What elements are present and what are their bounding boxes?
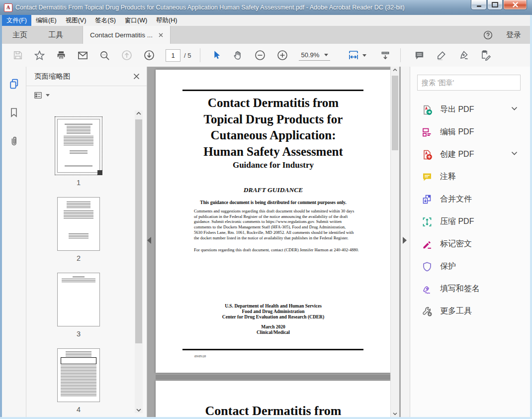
tool-edit-pdf[interactable]: 编辑 PDF: [410, 121, 531, 143]
thumbnail-page-number: 3: [77, 330, 81, 338]
tool-comment[interactable]: 注释: [410, 166, 531, 188]
document-tab-close-icon[interactable]: [159, 33, 163, 37]
zoom-in-button[interactable]: [276, 49, 288, 61]
highlight-button[interactable]: [436, 50, 447, 61]
star-button[interactable]: [34, 50, 45, 61]
thumbnail-page-1[interactable]: 1: [55, 116, 102, 187]
thumbnail-page-2[interactable]: 2: [57, 197, 100, 262]
document-scrollbar[interactable]: [390, 67, 399, 417]
minimize-button[interactable]: [471, 0, 487, 10]
scrollbar-thumb[interactable]: [392, 76, 398, 150]
minimize-icon: [477, 5, 481, 7]
maximize-button[interactable]: [487, 0, 503, 10]
tool-export-pdf[interactable]: 导出 PDF: [410, 99, 531, 121]
expand-right-panel-icon[interactable]: [403, 237, 407, 244]
scrolling-mode-button[interactable]: [379, 49, 391, 61]
document-view[interactable]: Contact Dermatitis from Topical Drug Pro…: [147, 67, 401, 417]
scroll-up-icon[interactable]: [393, 68, 397, 72]
zoom-out-button[interactable]: [254, 49, 266, 61]
scroll-down-icon[interactable]: [136, 408, 141, 412]
tab-document[interactable]: Contact Dermatitis ...: [83, 26, 171, 44]
sign-button[interactable]: [457, 49, 469, 61]
tool-compress-pdf[interactable]: 压缩 PDF: [410, 210, 531, 233]
tool-redact[interactable]: 标记密文: [410, 233, 531, 255]
menu-sign[interactable]: 签名(S): [90, 15, 120, 26]
zoom-level-value: 50.9%: [301, 51, 319, 59]
comment-button[interactable]: [414, 50, 425, 61]
acrobat-reader-window: { "window": { "title": "Contact Dermatit…: [0, 0, 532, 419]
hand-tool-button[interactable]: [232, 50, 244, 61]
fit-width-button[interactable]: [347, 49, 366, 61]
close-button[interactable]: [503, 0, 527, 10]
search-icon: [99, 50, 110, 61]
thumbnail-image: [57, 197, 100, 251]
tool-create-pdf[interactable]: 创建 PDF: [410, 143, 531, 166]
menu-window[interactable]: 窗口(W): [120, 15, 152, 26]
draft-guidance-heading: DRAFT GUIDANCE: [156, 186, 391, 194]
save-button[interactable]: [12, 50, 23, 61]
email-button[interactable]: [77, 50, 89, 61]
scroll-up-icon[interactable]: [136, 111, 141, 115]
title-rule-top: [182, 90, 363, 91]
search-button[interactable]: [99, 50, 110, 61]
navigation-sidebar: [2, 67, 26, 417]
scrollbar-thumb[interactable]: [135, 119, 142, 343]
page-number-input[interactable]: 1: [166, 49, 180, 62]
previous-page-button[interactable]: [121, 49, 133, 61]
next-page-button[interactable]: [143, 49, 155, 61]
email-icon: [77, 50, 89, 61]
help-icon[interactable]: [483, 30, 493, 40]
bookmarks-icon: [8, 106, 20, 118]
print-button[interactable]: [56, 50, 67, 61]
thumbnails-panel-header: 页面缩略图: [26, 67, 147, 86]
fit-width-icon: [347, 49, 360, 61]
menu-edit[interactable]: 编辑(E): [31, 15, 61, 26]
thumbnail-page-number: 2: [77, 254, 81, 262]
attachments-tab[interactable]: [8, 135, 20, 147]
bookmarks-tab[interactable]: [8, 106, 20, 118]
collapse-left-panel-icon[interactable]: [147, 237, 151, 244]
fountain-pen-icon: [457, 49, 469, 61]
chevron-down-icon: [511, 106, 518, 111]
page-separator: [156, 375, 391, 379]
fill-sign-button[interactable]: [480, 49, 492, 61]
thumbnail-image: [57, 273, 100, 326]
tab-tools[interactable]: 工具: [38, 26, 74, 44]
chevron-down-icon: [46, 94, 50, 97]
tool-protect[interactable]: 保护: [410, 255, 531, 278]
zoom-level-select[interactable]: 50.9%: [299, 50, 330, 61]
chevron-down-icon: [362, 54, 366, 57]
tools-search-input[interactable]: [417, 75, 521, 91]
title-bar: A Contact Dermatitis From Topical Drug P…: [0, 0, 532, 15]
export-pdf-icon: [421, 104, 433, 116]
thumbnails-options-button[interactable]: [33, 91, 50, 100]
menu-file[interactable]: 文件(F): [2, 15, 31, 26]
panel-close-icon[interactable]: [133, 73, 140, 80]
create-pdf-icon: [421, 149, 433, 161]
tool-more-tools[interactable]: 更多工具: [410, 300, 531, 322]
document-tab-label: Contact Dermatitis ...: [90, 31, 153, 39]
scroll-down-icon[interactable]: [393, 412, 397, 416]
thumbnails-scrollbar[interactable]: [135, 110, 143, 413]
tool-combine-files[interactable]: 合并文件: [410, 188, 531, 210]
page-thumbnails-icon: [8, 78, 20, 90]
window-title: Contact Dermatitis From Topical Drug Pro…: [15, 4, 405, 11]
page-count-label: / 5: [184, 52, 191, 59]
sign-in-button[interactable]: 登录: [506, 30, 521, 40]
page-thumbnails-tab[interactable]: [8, 78, 20, 90]
date-block: March 2020 Clinical/Medical: [156, 324, 391, 335]
contact-line: For questions regarding this draft docum…: [194, 247, 363, 252]
tab-home[interactable]: 主页: [2, 26, 38, 44]
thumbnail-page-4[interactable]: 4: [57, 348, 100, 414]
thumbnail-page-3[interactable]: 3: [57, 273, 100, 338]
menu-help[interactable]: 帮助(H): [152, 15, 181, 26]
selection-tool-button[interactable]: [211, 50, 222, 61]
page-down-icon: [143, 49, 155, 61]
redact-icon: [421, 238, 433, 250]
menu-view[interactable]: 视图(V): [61, 15, 91, 26]
tool-fill-sign[interactable]: 填写和签名: [410, 278, 531, 300]
cursor-icon: [211, 50, 222, 61]
pdf-page-2: Contact Dermatitis from: [156, 381, 391, 417]
tabbar-right: 登录: [483, 26, 530, 44]
distribution-note: This guidance document is being distribu…: [156, 200, 391, 205]
